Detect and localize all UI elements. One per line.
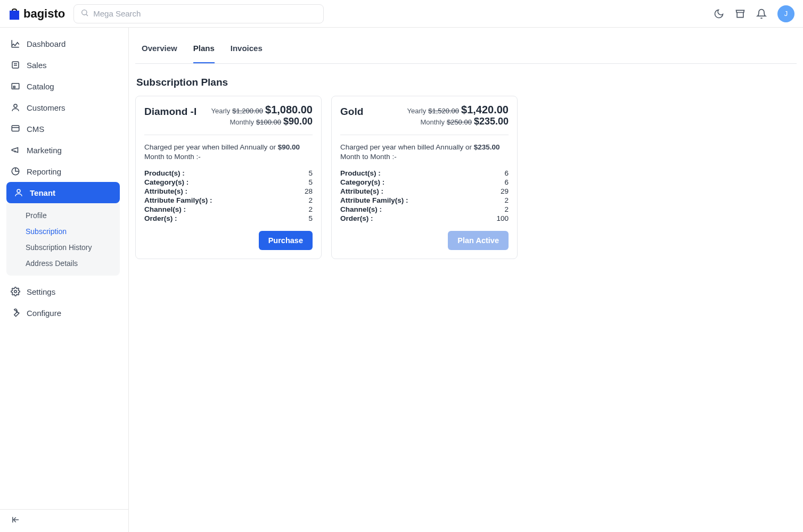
sales-icon: [11, 60, 20, 70]
sidebar-item-settings[interactable]: Settings: [0, 281, 124, 302]
stat-row-category: Category(s) :5: [144, 178, 313, 186]
bag-icon: [9, 7, 20, 20]
stat-row-order: Order(s) :100: [340, 214, 509, 222]
price-yearly-strike: $1,200.00: [232, 107, 263, 115]
svg-point-13: [14, 290, 17, 293]
price-period-monthly: Monthly: [420, 118, 445, 126]
price-yearly-strike: $1,520.00: [428, 107, 459, 115]
plan-price-block: Yearly $1,200.00 $1,080.00 Monthly $100.…: [211, 104, 313, 127]
svg-line-2: [86, 14, 88, 16]
price-monthly: $90.00: [283, 116, 313, 127]
svg-point-1: [82, 10, 87, 14]
page-title: Subscription Plans: [136, 77, 797, 88]
stat-row-attribute: Attribute(s) :29: [340, 187, 509, 195]
customers-icon: [11, 103, 20, 112]
price-period-yearly: Yearly: [211, 107, 231, 115]
sidebar-item-label: CMS: [27, 124, 44, 134]
sidebar-item-marketing[interactable]: Marketing: [0, 139, 124, 161]
price-period-yearly: Yearly: [407, 107, 427, 115]
sidebar-subitem-subscription[interactable]: Subscription: [6, 223, 120, 239]
storefront-icon[interactable]: [735, 9, 745, 19]
search-input[interactable]: [93, 9, 317, 18]
wrench-icon: [11, 308, 20, 318]
price-yearly: $1,420.00: [461, 104, 509, 116]
plan-card-diamond: Diamond -I Yearly $1,200.00 $1,080.00 Mo…: [135, 96, 322, 259]
avatar[interactable]: J: [777, 5, 794, 22]
cms-icon: [11, 124, 20, 134]
sidebar-item-tenant[interactable]: Tenant: [6, 182, 120, 203]
search-box[interactable]: [73, 4, 324, 23]
bell-icon[interactable]: [756, 9, 767, 19]
sidebar-item-label: Configure: [27, 309, 61, 318]
plan-description: Charged per year when billed Annually or…: [144, 143, 313, 162]
stat-row-channel: Channel(s) :2: [144, 205, 313, 213]
catalog-icon: [11, 81, 20, 91]
tab-invoices[interactable]: Invoices: [231, 33, 263, 63]
price-monthly: $235.00: [474, 116, 509, 127]
sidebar-subitem-label: Address Details: [26, 259, 78, 268]
avatar-letter: J: [784, 10, 788, 18]
svg-rect-9: [12, 126, 19, 131]
plans-row: Diamond -I Yearly $1,200.00 $1,080.00 Mo…: [135, 96, 797, 259]
dashboard-icon: [11, 39, 20, 48]
sidebar-subitem-address-details[interactable]: Address Details: [6, 255, 120, 271]
price-period-monthly: Monthly: [230, 118, 254, 126]
sidebar-subitem-label: Profile: [26, 211, 47, 220]
stat-row-order: Order(s) :5: [144, 214, 313, 222]
plan-card-gold: Gold Yearly $1,520.00 $1,420.00 Monthly …: [331, 96, 518, 259]
brand-text: bagisto: [23, 7, 65, 21]
stat-row-category: Category(s) :6: [340, 178, 509, 186]
sidebar-item-label: Marketing: [27, 146, 62, 155]
sidebar-item-label: Tenant: [30, 188, 55, 197]
plan-name: Gold: [340, 104, 363, 118]
sidebar-item-label: Catalog: [27, 82, 54, 91]
sidebar: Dashboard Sales Catalog Customers: [0, 28, 129, 532]
svg-rect-7: [13, 86, 15, 88]
stat-row-attribute-family: Attribute Family(s) :2: [144, 196, 313, 204]
marketing-icon: [11, 145, 20, 155]
plan-active-button: Plan Active: [448, 231, 509, 250]
stat-row-attribute-family: Attribute Family(s) :2: [340, 196, 509, 204]
plan-stats: Product(s) :5 Category(s) :5 Attribute(s…: [144, 169, 313, 222]
sidebar-subgroup-tenant: Profile Subscription Subscription Histor…: [6, 203, 120, 276]
sidebar-subitem-label: Subscription: [26, 227, 67, 236]
sidebar-item-label: Settings: [27, 287, 55, 296]
sidebar-item-label: Customers: [27, 103, 65, 112]
plan-price-block: Yearly $1,520.00 $1,420.00 Monthly $250.…: [407, 104, 509, 127]
tenant-icon: [14, 188, 23, 197]
sidebar-item-customers[interactable]: Customers: [0, 97, 124, 118]
svg-rect-0: [10, 11, 19, 20]
price-monthly-strike: $250.00: [447, 118, 472, 126]
stat-row-product: Product(s) :5: [144, 169, 313, 177]
sidebar-subitem-profile[interactable]: Profile: [6, 207, 120, 223]
header: bagisto J: [0, 0, 803, 28]
sidebar-item-sales[interactable]: Sales: [0, 54, 124, 76]
sidebar-item-dashboard[interactable]: Dashboard: [0, 33, 124, 54]
sidebar-item-label: Dashboard: [27, 39, 65, 48]
stat-row-product: Product(s) :6: [340, 169, 509, 177]
plan-name: Diamond -I: [144, 104, 196, 118]
tab-plans[interactable]: Plans: [193, 33, 215, 63]
tab-overview[interactable]: Overview: [142, 33, 177, 63]
purchase-button[interactable]: Purchase: [259, 231, 313, 250]
svg-point-12: [17, 189, 20, 193]
price-monthly-strike: $100.00: [256, 118, 281, 126]
svg-point-8: [14, 104, 17, 107]
price-yearly: $1,080.00: [265, 104, 313, 116]
header-actions: J: [714, 5, 794, 22]
plan-stats: Product(s) :6 Category(s) :6 Attribute(s…: [340, 169, 509, 222]
sidebar-item-reporting[interactable]: Reporting: [0, 161, 124, 182]
sidebar-item-label: Reporting: [27, 167, 61, 176]
sidebar-item-catalog[interactable]: Catalog: [0, 76, 124, 97]
sidebar-collapse-button[interactable]: [0, 509, 128, 532]
stat-row-channel: Channel(s) :2: [340, 205, 509, 213]
sidebar-item-configure[interactable]: Configure: [0, 302, 124, 323]
sidebar-item-cms[interactable]: CMS: [0, 118, 124, 139]
stat-row-attribute: Attribute(s) :28: [144, 187, 313, 195]
dark-mode-icon[interactable]: [714, 9, 724, 19]
search-icon: [80, 9, 89, 19]
sidebar-item-label: Sales: [27, 61, 47, 70]
main-content: Overview Plans Invoices Subscription Pla…: [129, 28, 803, 532]
sidebar-subitem-subscription-history[interactable]: Subscription History: [6, 239, 120, 255]
brand-logo[interactable]: bagisto: [9, 7, 65, 21]
